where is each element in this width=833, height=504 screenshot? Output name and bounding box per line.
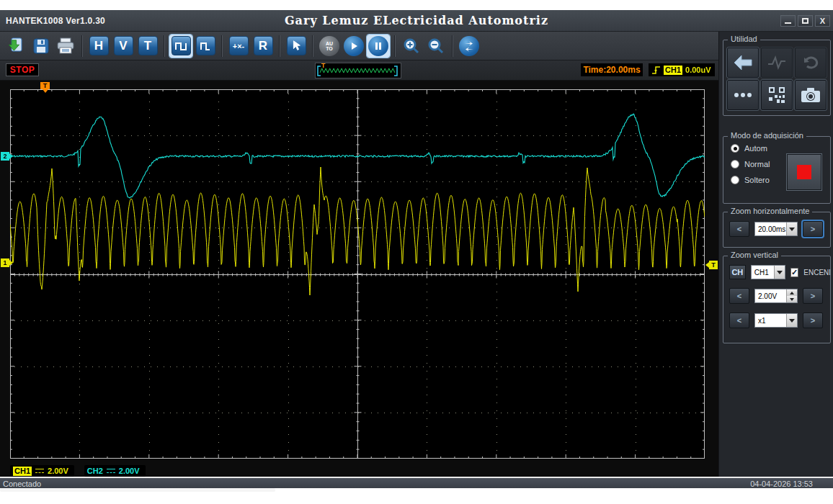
minimize-button[interactable] — [780, 15, 796, 27]
vertical-zoom-title: Zoom vertical — [728, 251, 781, 259]
v-icon: V — [114, 36, 133, 55]
h-icon: H — [89, 36, 109, 55]
window-controls: X — [780, 15, 830, 27]
channel-value: CH1 — [752, 269, 774, 276]
run-stop-button[interactable] — [787, 154, 821, 190]
channel-toggle-button[interactable]: CH — [729, 265, 746, 279]
qr-code-button[interactable] — [761, 80, 793, 110]
waveform-vertical-mode-button[interactable] — [194, 35, 217, 58]
bottom-margin — [0, 488, 833, 504]
toolbar-separator — [81, 35, 83, 57]
r-icon: R — [254, 36, 273, 55]
print-button[interactable] — [54, 35, 77, 58]
more-options-button[interactable] — [727, 80, 759, 110]
scope-canvas[interactable] — [10, 89, 705, 459]
toolbar-separator — [452, 35, 453, 57]
undo-icon — [803, 55, 819, 70]
trigger-readout: CH1 0.00uV — [649, 63, 715, 76]
trigger-position-preview[interactable]: T — [315, 63, 401, 78]
dc-coupling-icon — [35, 469, 44, 473]
horizontal-zoom-title: Zoom horizontalmente — [728, 207, 812, 215]
back-button[interactable] — [727, 48, 759, 78]
cursor-measure-button[interactable] — [285, 35, 308, 58]
channel-select[interactable]: CH1 — [751, 265, 785, 279]
multiplier-increase-button[interactable]: > — [803, 312, 823, 328]
info-bar: STOP T Time:20.00ms CH1 0.00uV — [0, 60, 718, 81]
trigger-settings-button[interactable]: T — [136, 35, 159, 58]
zoom-out-button[interactable] — [424, 35, 447, 58]
dc-coupling-icon — [107, 469, 115, 473]
window-title: Gary Lemuz ELectricidad Automotriz — [0, 14, 833, 27]
ch1-badge: CH1 — [13, 467, 32, 476]
timebase-select[interactable]: 20.00ms — [754, 222, 798, 236]
multiplier-decrease-button[interactable]: < — [729, 312, 749, 328]
close-icon: X — [820, 17, 825, 25]
radio-auto[interactable]: Autom — [731, 144, 830, 153]
ch2-level-marker[interactable]: 2 — [1, 152, 9, 161]
open-file-button[interactable] — [5, 35, 28, 58]
zoom-in-icon — [403, 37, 420, 55]
ch2-scale-value: 2.00V — [119, 467, 140, 475]
ch1-readout[interactable]: CH1 2.00V — [10, 465, 74, 477]
math-icon: +×- — [229, 36, 249, 55]
waveform-tool-button[interactable] — [761, 48, 793, 78]
trigger-level-marker[interactable]: T — [709, 261, 718, 269]
dropdown-arrow-icon — [786, 314, 797, 327]
reference-button[interactable]: R — [251, 35, 275, 58]
waveform-mode-button[interactable] — [169, 35, 192, 58]
multiplier-select[interactable]: x1 — [754, 313, 798, 328]
trigger-position-marker[interactable]: T — [40, 82, 50, 89]
toolbar-separator — [394, 35, 396, 57]
timebase-decrease-button[interactable]: < — [729, 221, 749, 237]
preview-canvas — [316, 63, 401, 78]
square-wave-vertical-icon — [196, 36, 215, 55]
t-icon: T — [138, 36, 158, 55]
radio-icon — [731, 144, 739, 153]
sync-arrows-icon — [459, 36, 479, 56]
top-margin — [0, 0, 833, 10]
horizontal-zoom-group: Zoom horizontalmente < 20.00ms > — [723, 212, 831, 248]
pulse-icon — [767, 55, 786, 70]
undo-button[interactable] — [795, 48, 827, 78]
ellipsis-icon — [734, 92, 752, 98]
toolbar-separator — [221, 35, 223, 57]
stop-square-icon — [797, 165, 811, 179]
scope-display: T 2 1 T CH1 2.00V CH2 2.00V — [0, 81, 718, 477]
vertical-zoom-group: Zoom vertical CH CH1 ✓ ENCEND < 2.00V > — [723, 256, 831, 343]
timebase-increase-button[interactable]: > — [803, 221, 823, 237]
math-button[interactable]: +×- — [227, 35, 250, 58]
volts-spinner[interactable]: 2.00V — [754, 289, 798, 303]
ch1-level-marker[interactable]: 1 — [1, 258, 9, 267]
close-button[interactable]: X — [815, 15, 830, 27]
refresh-button[interactable] — [458, 35, 481, 58]
dropdown-arrow-icon — [786, 222, 797, 235]
volts-decrease-button[interactable]: < — [729, 288, 749, 304]
horizontal-settings-button[interactable]: H — [87, 35, 110, 58]
vertical-settings-button[interactable]: V — [112, 35, 135, 58]
ch1-scale-value: 2.00V — [48, 467, 68, 475]
qr-code-icon — [768, 86, 785, 104]
volts-increase-button[interactable]: > — [803, 288, 823, 304]
toolbar-separator — [164, 35, 165, 57]
utility-group: Utilidad — [723, 40, 831, 116]
datetime-status: 04-04-2026 13:53 — [750, 480, 813, 488]
app-window: HANTEK1008 Ver1.0.30 Gary Lemuz ELectric… — [0, 0, 833, 504]
pause-button[interactable] — [367, 35, 390, 58]
acquisition-status: STOP — [6, 63, 39, 76]
zoom-in-button[interactable] — [400, 35, 423, 58]
auto-setup-button[interactable]: AU TO — [318, 35, 341, 58]
zoom-out-icon — [427, 37, 445, 55]
toolbar-separator — [279, 35, 280, 57]
cursor-icon — [287, 36, 306, 55]
channel-on-checkbox[interactable]: ✓ — [790, 268, 798, 277]
multiplier-value: x1 — [755, 317, 786, 325]
title-bar: HANTEK1008 Ver1.0.30 Gary Lemuz ELectric… — [0, 10, 833, 32]
status-inset-bar — [0, 488, 275, 492]
ch2-readout[interactable]: CH2 2.00V — [84, 465, 146, 477]
trigger-level-value: 0.00uV — [685, 66, 710, 74]
screenshot-button[interactable] — [795, 80, 827, 110]
save-button[interactable] — [30, 35, 53, 58]
maximize-button[interactable] — [798, 15, 813, 27]
back-arrow-icon — [734, 55, 752, 71]
run-button[interactable] — [342, 35, 365, 58]
